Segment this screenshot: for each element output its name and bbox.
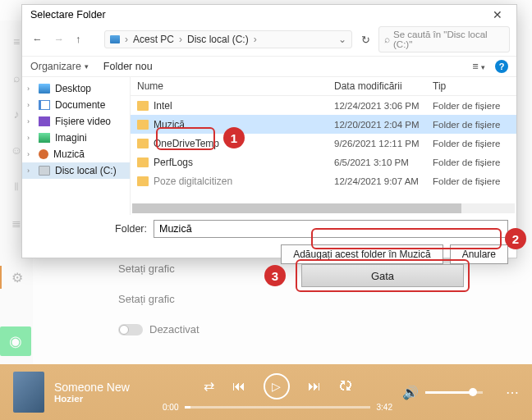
folder-input[interactable] — [154, 220, 508, 238]
toggle-label: Dezactivat — [149, 323, 200, 336]
file-list[interactable]: Nume Data modificării Tip Intel12/24/202… — [131, 77, 516, 215]
table-row[interactable]: Poze digitalcitizen12/24/2021 9:07 AMFol… — [131, 171, 516, 190]
time-total: 3:42 — [377, 403, 392, 412]
column-headers[interactable]: Nume Data modificării Tip — [131, 77, 516, 96]
volume-slider[interactable] — [425, 391, 483, 394]
seek-bar[interactable] — [185, 406, 369, 409]
table-row[interactable]: PerfLogs6/5/2021 3:10 PMFolder de fișier… — [131, 153, 516, 171]
more-icon[interactable]: ⋯ — [506, 385, 519, 400]
time-elapsed: 0:00 — [163, 403, 178, 412]
next-track-icon[interactable]: ⏭ — [308, 379, 321, 394]
images-icon — [39, 133, 50, 143]
folder-icon — [137, 120, 149, 130]
folder-icon — [137, 139, 149, 148]
cancel-button[interactable]: Anulare — [450, 244, 508, 264]
desktop-icon — [39, 84, 50, 94]
up-icon[interactable]: ↑ — [76, 34, 80, 45]
close-icon[interactable]: ✕ — [485, 8, 510, 21]
setting-label: Setați grafic — [118, 293, 175, 305]
chevron-down-icon[interactable]: ⌄ — [338, 34, 346, 45]
table-row[interactable]: Muzică12/20/2021 2:04 PMFolder de fișier… — [131, 115, 516, 134]
volume-icon[interactable]: 🔊 — [402, 385, 419, 400]
track-artist: Hozier — [54, 394, 153, 404]
music-icon — [39, 149, 48, 159]
pc-icon — [110, 35, 120, 43]
table-row[interactable]: OneDriveTemp9/26/2021 12:11 PMFolder de … — [131, 134, 516, 153]
folder-tree[interactable]: ›Desktop ›Documente ›Fișiere video ›Imag… — [22, 77, 131, 215]
track-title: Someone New — [54, 381, 153, 394]
folder-icon — [137, 176, 149, 186]
toggle-switch[interactable] — [118, 324, 143, 336]
video-icon — [39, 116, 50, 126]
help-icon[interactable]: ? — [495, 60, 508, 73]
dialog-title: Selectare Folder — [30, 9, 106, 21]
play-button[interactable]: ▷ — [264, 373, 290, 399]
playlist-icon[interactable]: ≣ — [11, 217, 21, 230]
add-folder-button[interactable]: Adăugați acest folder în Muzică — [281, 244, 443, 264]
shuffle-icon[interactable]: ⇄ — [204, 378, 214, 394]
search-icon: ⌕ — [384, 34, 390, 44]
forward-icon: → — [54, 34, 65, 45]
horizontal-scrollbar[interactable] — [132, 203, 515, 213]
repeat-icon[interactable]: 🗘 — [339, 379, 352, 394]
new-folder-button[interactable]: Folder nou — [103, 61, 153, 72]
done-button[interactable]: Gata — [301, 264, 464, 287]
search-input[interactable]: ⌕ Se caută în "Disc local (C:)" — [378, 26, 510, 52]
folder-select-dialog: Selectare Folder ✕ ← → ↑ › Acest PC › Di… — [21, 4, 517, 258]
settings-panel: Setați grafic Setați grafic Dezactivat — [118, 262, 200, 354]
media-player-bar: Someone New Hozier ⇄ ⏮ ▷ ⏭ 🗘 0:00 3:42 🔊… — [0, 364, 532, 420]
address-bar[interactable]: › Acest PC › Disc local (C:) › ⌄ — [104, 30, 352, 48]
back-icon[interactable]: ← — [32, 34, 43, 45]
prev-track-icon[interactable]: ⏮ — [232, 379, 245, 394]
album-art[interactable] — [13, 372, 44, 413]
folder-icon — [137, 101, 149, 111]
library-icon[interactable]: ⦀ — [14, 180, 19, 194]
documents-icon — [39, 100, 50, 110]
table-row[interactable]: Intel12/24/2021 3:06 PMFolder de fișiere — [131, 96, 516, 115]
folder-label: Folder: — [30, 223, 147, 235]
organize-menu[interactable]: Organizare ▾ — [30, 61, 89, 72]
refresh-icon[interactable]: ↻ — [355, 34, 375, 46]
music-note-icon[interactable]: ♪ — [14, 107, 20, 121]
spotify-icon[interactable]: ◉ — [0, 326, 31, 356]
search-icon[interactable]: ⌕ — [13, 71, 20, 84]
menu-icon[interactable]: ≡ — [13, 35, 20, 48]
view-menu-icon[interactable]: ≡ ▾ — [472, 61, 485, 72]
disk-icon — [39, 166, 50, 176]
person-icon[interactable]: ☺ — [11, 144, 22, 157]
folder-icon — [137, 158, 149, 167]
